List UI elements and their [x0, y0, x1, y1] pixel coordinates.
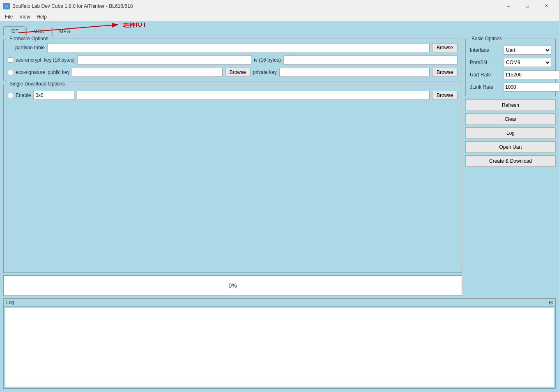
- left-panel: Firmware Options partition table Browse …: [3, 39, 462, 296]
- private-key-input[interactable]: [279, 68, 430, 77]
- tab-mfg[interactable]: MFG: [52, 27, 77, 36]
- progress-bar-container: 0%: [3, 275, 462, 296]
- single-download-title: Single Download Options: [8, 81, 67, 87]
- partition-table-label: partition table: [8, 45, 45, 51]
- title-bar: B Bouffalo Lab Dev Cube 1.8.0 for AiThin…: [0, 0, 559, 12]
- interface-select[interactable]: Uart JLink OpenOCD: [503, 46, 551, 55]
- window-title: Bouffalo Lab Dev Cube 1.8.0 for AiThinke…: [12, 3, 133, 9]
- log-collapse-icon[interactable]: ⊟: [549, 300, 553, 305]
- port-sn-select[interactable]: COM9 COM1 COM2: [503, 58, 551, 67]
- single-download-file-input[interactable]: [77, 91, 430, 100]
- log-button[interactable]: Log: [465, 127, 556, 139]
- private-key-browse-button[interactable]: Browse: [432, 68, 458, 77]
- interface-row: Interface Uart JLink OpenOCD: [470, 46, 551, 55]
- log-header: Log ⊟: [4, 299, 555, 307]
- jlink-rate-row: JLink Rate: [470, 83, 551, 92]
- firmware-options-title: Firmware Options: [8, 36, 50, 42]
- key-label: key (16 bytes): [44, 57, 75, 63]
- single-download-row: Enable Browse: [8, 91, 458, 100]
- menu-view[interactable]: View: [16, 13, 33, 21]
- iv-label: iv (16 bytes): [254, 57, 281, 63]
- public-key-browse-button[interactable]: Browse: [225, 68, 251, 77]
- tabs-container: IOT MCU MFG 选择IOT: [3, 25, 556, 36]
- port-sn-row: Port/SN COM9 COM1 COM2: [470, 58, 551, 67]
- maximize-button[interactable]: □: [518, 0, 537, 12]
- basic-options-title: Basic Options: [470, 36, 504, 42]
- tabs-row: IOT MCU MFG: [3, 25, 556, 36]
- content-row: Firmware Options partition table Browse …: [3, 39, 556, 296]
- ecc-signature-row: ecc-signature public key Browse private …: [8, 68, 458, 77]
- window-controls: ─ □ ✕: [499, 0, 556, 12]
- port-sn-label: Port/SN: [470, 60, 501, 65]
- public-key-label: public key: [48, 69, 69, 75]
- aes-encrypt-row: aes-encrypt key (16 bytes) iv (16 bytes): [8, 55, 458, 65]
- clear-button[interactable]: Clear: [465, 113, 556, 125]
- log-title: Log: [6, 300, 14, 305]
- public-key-input[interactable]: [72, 68, 222, 77]
- create-download-button[interactable]: Create & Download: [465, 155, 556, 167]
- aes-encrypt-checkbox[interactable]: [8, 58, 13, 63]
- interface-label: Interface: [470, 47, 501, 53]
- uart-rate-label: Uart Rate: [470, 72, 501, 78]
- aes-iv-input[interactable]: [283, 55, 458, 65]
- open-uart-button[interactable]: Open Uart: [465, 141, 556, 153]
- basic-options-box: Basic Options Interface Uart JLink OpenO…: [465, 39, 556, 96]
- refresh-button[interactable]: Refresh: [465, 99, 556, 111]
- right-panel: Basic Options Interface Uart JLink OpenO…: [465, 39, 556, 296]
- private-key-label: private key: [253, 69, 277, 75]
- log-content: [5, 308, 554, 387]
- partition-table-input[interactable]: [47, 43, 430, 52]
- uart-rate-row: Uart Rate: [470, 70, 551, 79]
- menu-help[interactable]: Help: [33, 13, 50, 21]
- single-download-enable-checkbox[interactable]: [8, 93, 13, 98]
- jlink-rate-label: JLink Rate: [470, 84, 501, 90]
- uart-rate-input[interactable]: [503, 70, 559, 79]
- menu-file[interactable]: File: [2, 13, 16, 21]
- title-bar-left: B Bouffalo Lab Dev Cube 1.8.0 for AiThin…: [3, 3, 133, 9]
- ecc-signature-checkbox[interactable]: [8, 70, 13, 75]
- log-section: Log ⊟: [3, 298, 556, 389]
- partition-table-row: partition table Browse: [8, 43, 458, 52]
- ecc-signature-label: ecc-signature: [16, 69, 45, 75]
- menu-bar: File View Help: [0, 12, 559, 21]
- action-buttons: Refresh Clear Log Open Uart Create & Dow…: [465, 99, 556, 167]
- firmware-options-box: Firmware Options partition table Browse …: [3, 39, 462, 81]
- aes-encrypt-label: aes-encrypt: [16, 57, 41, 63]
- jlink-rate-input[interactable]: [503, 83, 559, 92]
- partition-table-browse-button[interactable]: Browse: [432, 43, 458, 52]
- minimize-button[interactable]: ─: [499, 0, 518, 12]
- single-download-enable-label: Enable: [16, 92, 31, 98]
- app-area: IOT MCU MFG 选择IOT Firmware Options: [0, 21, 559, 392]
- aes-key-input[interactable]: [77, 55, 251, 65]
- app-icon: B: [3, 3, 10, 9]
- single-download-address-input[interactable]: [33, 91, 74, 100]
- progress-text: 0%: [228, 282, 237, 289]
- close-button[interactable]: ✕: [537, 0, 556, 12]
- single-download-box: Single Download Options Enable Browse: [3, 84, 462, 273]
- tab-iot[interactable]: IOT: [3, 26, 25, 36]
- tab-mcu[interactable]: MCU: [26, 27, 51, 36]
- single-download-browse-button[interactable]: Browse: [432, 91, 458, 100]
